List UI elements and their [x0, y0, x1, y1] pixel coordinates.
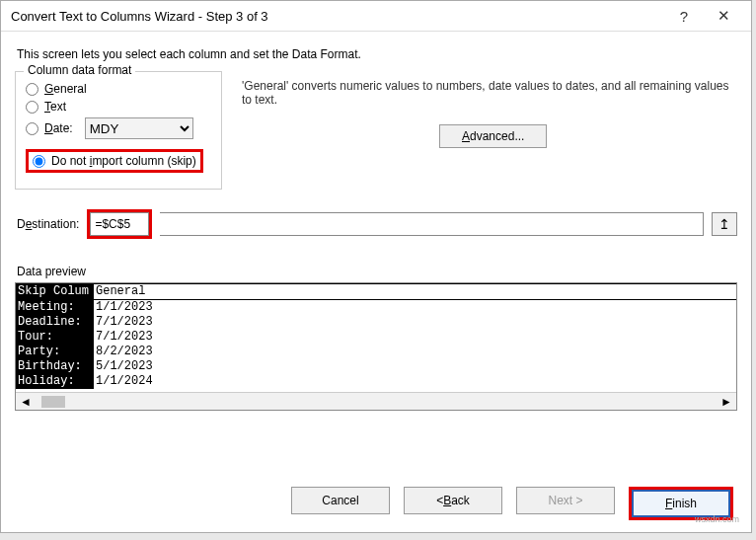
radio-date-row[interactable]: Date: MDY [26, 117, 211, 139]
format-legend: Column data format [24, 63, 135, 77]
radio-general-row[interactable]: General [26, 82, 211, 96]
preview-cell[interactable]: Party: [16, 345, 93, 359]
destination-input[interactable] [90, 212, 149, 236]
next-button: Next > [516, 487, 615, 514]
radio-general[interactable] [26, 83, 38, 96]
button-row: Cancel < Back Next > Finish [291, 487, 733, 520]
radio-skip-highlight: Do not import column (skip) [26, 149, 203, 173]
preview-header-0[interactable]: Skip Colum [16, 284, 93, 299]
preview-header-1[interactable]: General [93, 284, 172, 299]
destination-label: Destination: [17, 217, 79, 231]
close-button[interactable]: ✕ [704, 7, 743, 25]
column-data-format-group: Column data format General Text Date: MD [15, 71, 222, 190]
advanced-button[interactable]: Advanced... [439, 124, 547, 148]
data-preview-label: Data preview [17, 265, 737, 278]
preview-cell[interactable]: 7/1/2023 [93, 315, 172, 330]
scroll-left-icon[interactable]: ◄ [20, 395, 32, 409]
preview-scrollbar[interactable]: ◄ ► [16, 392, 736, 410]
radio-general-label: General [44, 82, 87, 96]
instruction-text: This screen lets you select each column … [17, 47, 737, 61]
preview-cell[interactable]: Tour: [16, 330, 93, 345]
general-description: 'General' converts numeric values to num… [242, 79, 737, 107]
collapse-dialog-icon[interactable]: ↥ [712, 212, 737, 236]
radio-date[interactable] [26, 122, 38, 135]
title-bar: Convert Text to Columns Wizard - Step 3 … [1, 1, 751, 32]
radio-text-row[interactable]: Text [26, 100, 211, 114]
help-button[interactable]: ? [664, 8, 704, 25]
preview-cell[interactable]: 8/2/2023 [93, 345, 172, 359]
scroll-right-icon[interactable]: ► [720, 395, 732, 409]
preview-cell[interactable]: 5/1/2023 [93, 359, 172, 374]
finish-button[interactable]: Finish [632, 490, 730, 517]
radio-text-label: Text [44, 100, 66, 114]
preview-cell[interactable]: Deadline: [16, 315, 93, 330]
preview-cell[interactable]: 7/1/2023 [93, 330, 172, 345]
wizard-dialog: Convert Text to Columns Wizard - Step 3 … [0, 0, 752, 533]
cancel-button[interactable]: Cancel [291, 487, 390, 514]
destination-input-extension[interactable] [160, 212, 704, 236]
preview-cell[interactable]: 1/1/2024 [93, 374, 172, 389]
back-button[interactable]: < Back [404, 487, 502, 514]
date-format-select[interactable]: MDY [85, 117, 193, 139]
preview-cell[interactable]: Holiday: [16, 374, 93, 389]
data-preview-box: Skip ColumGeneralMeeting:1/1/2023Deadlin… [15, 282, 737, 411]
preview-grid[interactable]: Skip ColumGeneralMeeting:1/1/2023Deadlin… [16, 283, 736, 389]
preview-cell[interactable]: Meeting: [16, 300, 93, 315]
radio-skip-label: Do not import column (skip) [51, 154, 196, 168]
preview-cell[interactable]: 1/1/2023 [93, 300, 172, 315]
preview-cell[interactable]: Birthday: [16, 359, 93, 374]
radio-skip[interactable] [33, 155, 45, 168]
radio-text[interactable] [26, 101, 38, 114]
watermark-text: wsxdn.com [695, 514, 739, 524]
radio-date-label: Date: [44, 121, 73, 135]
destination-highlight [87, 209, 152, 239]
dialog-title: Convert Text to Columns Wizard - Step 3 … [11, 9, 664, 24]
scroll-thumb[interactable] [41, 396, 65, 408]
